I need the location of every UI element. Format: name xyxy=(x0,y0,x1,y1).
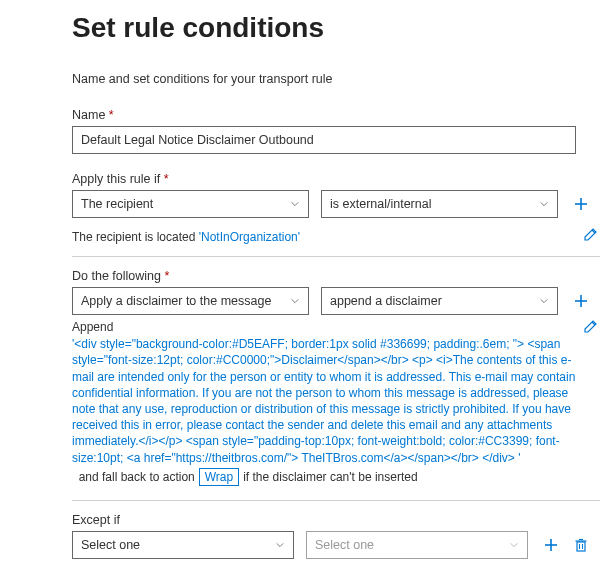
condition-subject-value: The recipient xyxy=(81,197,153,211)
except-label: Except if xyxy=(72,513,590,527)
add-action-button[interactable] xyxy=(572,292,590,310)
action-subtype-value: append a disclaimer xyxy=(330,294,442,308)
chevron-down-icon xyxy=(290,199,300,209)
condition-subject-select[interactable]: The recipient xyxy=(72,190,309,218)
edit-action-button[interactable] xyxy=(582,317,600,335)
action-type-select[interactable]: Apply a disclaimer to the message xyxy=(72,287,309,315)
except-subject-select[interactable]: Select one xyxy=(72,531,294,559)
chevron-down-icon xyxy=(539,296,549,306)
except-predicate-value: Select one xyxy=(315,538,374,552)
fallback-suffix: if the disclaimer can't be inserted xyxy=(243,469,417,485)
divider xyxy=(72,500,600,501)
condition-predicate-value: is external/internal xyxy=(330,197,431,211)
intro-text: Name and set conditions for your transpo… xyxy=(72,72,590,86)
append-disclaimer-text: '<div style="background-color:#D5EAFF; b… xyxy=(72,336,576,466)
condition-label: Apply this rule if xyxy=(72,172,590,186)
append-label: Append xyxy=(72,319,576,335)
except-subject-value: Select one xyxy=(81,538,140,552)
chevron-down-icon xyxy=(539,199,549,209)
delete-except-button[interactable] xyxy=(572,536,590,554)
divider xyxy=(72,256,600,257)
action-label: Do the following xyxy=(72,269,590,283)
chevron-down-icon xyxy=(509,540,519,550)
name-input[interactable] xyxy=(72,126,576,154)
except-predicate-select[interactable]: Select one xyxy=(306,531,528,559)
condition-helper-value: 'NotInOrganization' xyxy=(199,230,300,244)
edit-condition-button[interactable] xyxy=(582,225,600,243)
condition-predicate-select[interactable]: is external/internal xyxy=(321,190,558,218)
action-type-value: Apply a disclaimer to the message xyxy=(81,294,271,308)
fallback-action-chip[interactable]: Wrap xyxy=(199,468,239,486)
fallback-prefix: and fall back to action xyxy=(72,469,195,485)
chevron-down-icon xyxy=(290,296,300,306)
add-except-button[interactable] xyxy=(542,536,560,554)
name-label: Name xyxy=(72,108,590,122)
page-title: Set rule conditions xyxy=(72,12,590,44)
chevron-down-icon xyxy=(275,540,285,550)
condition-helper-prefix: The recipient is located xyxy=(72,230,199,244)
svg-rect-8 xyxy=(577,542,585,551)
add-condition-button[interactable] xyxy=(572,195,590,213)
action-subtype-select[interactable]: append a disclaimer xyxy=(321,287,558,315)
